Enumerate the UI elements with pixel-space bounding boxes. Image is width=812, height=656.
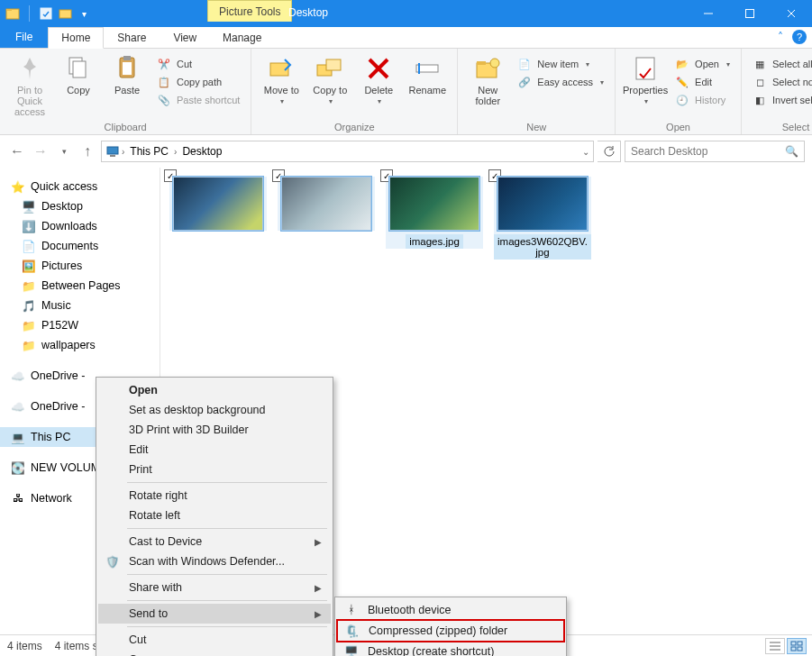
nav-desktop[interactable]: 🖥️Desktop <box>0 196 160 216</box>
ctx-3dprint[interactable]: 3D Print with 3D Builder <box>98 420 331 440</box>
pin-label: Pin to Quick access <box>7 85 52 117</box>
open-button[interactable]: 📂Open▾ <box>671 56 734 72</box>
file-thumb-3[interactable]: ✓ images.jpg <box>386 177 483 249</box>
invert-selection-button[interactable]: ◧Invert selection <box>749 92 812 108</box>
tab-home[interactable]: Home <box>48 27 104 49</box>
nav-documents[interactable]: 📄Documents <box>0 236 160 256</box>
rename-label: Rename <box>409 85 447 96</box>
ctx-open[interactable]: Open <box>98 380 331 400</box>
group-new-label: New <box>465 120 607 132</box>
ctx-sharewith[interactable]: Share with▶ <box>98 578 331 597</box>
ctx-print[interactable]: Print <box>98 460 331 479</box>
copy-button[interactable]: Copy <box>56 52 101 96</box>
view-largeicons-button[interactable] <box>787 638 807 654</box>
nav-forward-button[interactable]: → <box>31 141 50 161</box>
svg-rect-19 <box>107 147 118 154</box>
chevron-right-icon: ▶ <box>315 537 322 547</box>
ctx-defender[interactable]: 🛡️Scan with Windows Defender... <box>98 551 331 571</box>
history-button[interactable]: 🕘History <box>671 92 734 108</box>
refresh-button[interactable] <box>598 141 621 162</box>
help-icon[interactable]: ? <box>792 30 807 44</box>
sendto-compressed-folder[interactable]: 🗜️Compressed (zipped) folder <box>336 619 565 642</box>
bc-chev-1[interactable]: › <box>174 147 177 157</box>
contextual-tool-tab[interactable]: Picture Tools <box>207 0 292 22</box>
explorer-icon <box>5 6 20 21</box>
moveto-label: Move to <box>264 85 299 96</box>
move-to-button[interactable]: Move to▾ <box>259 52 304 105</box>
nav-downloads[interactable]: ⬇️Downloads <box>0 216 160 236</box>
selectnone-icon: ◻ <box>753 75 767 89</box>
open-icon: 📂 <box>675 57 689 71</box>
file-thumb-1[interactable]: ✓ <box>169 177 267 231</box>
paste-button[interactable]: Paste <box>105 52 150 96</box>
ctx-copy[interactable]: Copy <box>98 650 331 656</box>
ctx-rotate-left[interactable]: Rotate left <box>98 506 331 525</box>
tab-share[interactable]: Share <box>104 27 160 48</box>
file-thumb-2[interactable]: ✓ <box>278 177 375 231</box>
nav-pictures[interactable]: 🖼️Pictures <box>0 256 160 276</box>
properties-button[interactable]: Properties▾ <box>623 52 668 105</box>
breadcrumb-bar[interactable]: › This PC › Desktop ⌄ <box>101 141 594 162</box>
nav-wallpaper[interactable]: 📁wallpapers <box>0 335 160 355</box>
file-caption: images.jpg <box>406 234 463 249</box>
ctx-cast[interactable]: Cast to Device▶ <box>98 532 331 551</box>
tab-manage[interactable]: Manage <box>209 27 275 48</box>
group-select-label: Select <box>749 120 812 132</box>
edit-button[interactable]: ✏️Edit <box>671 74 734 90</box>
copy-to-button[interactable]: Copy to▾ <box>307 52 352 105</box>
ctx-cut[interactable]: Cut <box>98 630 331 650</box>
bc-chev-0[interactable]: › <box>122 147 124 157</box>
ctx-rotate-right[interactable]: Rotate right <box>98 486 331 506</box>
svg-rect-2 <box>41 8 51 19</box>
new-item-button[interactable]: 📄New item▾ <box>514 56 607 72</box>
selectall-icon: ▦ <box>753 57 767 71</box>
nav-up-button[interactable]: ↑ <box>78 141 97 161</box>
address-bar-row: ← → ▾ ↑ › This PC › Desktop ⌄ Search Des… <box>0 135 812 168</box>
qat-properties-icon[interactable] <box>39 6 53 21</box>
tab-file[interactable]: File <box>0 25 48 48</box>
breadcrumb-desktop[interactable]: Desktop <box>178 145 225 158</box>
context-menu-sendto: ᚼBluetooth device 🗜️Compressed (zipped) … <box>334 597 567 656</box>
newfolder-label: New folder <box>465 85 510 106</box>
breadcrumb-dropdown-icon[interactable]: ⌄ <box>582 147 589 157</box>
pin-quickaccess-button[interactable]: Pin to Quick access <box>7 52 52 117</box>
nav-music[interactable]: 🎵Music <box>0 296 160 315</box>
pc-icon: 💻 <box>11 430 25 444</box>
qat-customize-chevron[interactable]: ▾ <box>78 9 90 19</box>
ctx-edit[interactable]: Edit <box>98 440 331 460</box>
select-none-button[interactable]: ◻Select none <box>749 74 812 90</box>
qat-newfolder-icon[interactable] <box>59 6 73 21</box>
nav-p152w[interactable]: 📁P152W <box>0 315 160 335</box>
minimize-button[interactable] <box>688 0 729 27</box>
sendto-bluetooth[interactable]: ᚼBluetooth device <box>337 600 564 620</box>
properties-label: Properties <box>623 85 668 96</box>
nav-back-button[interactable]: ← <box>7 141 27 161</box>
file-caption: images3W602QBV.jpg <box>494 234 591 260</box>
maximize-button[interactable] <box>729 0 771 27</box>
view-details-button[interactable] <box>765 638 785 654</box>
file-thumb-4[interactable]: ✓ images3W602QBV.jpg <box>494 177 591 260</box>
paste-shortcut-button[interactable]: 📎Paste shortcut <box>153 92 243 108</box>
breadcrumb-thispc[interactable]: This PC <box>126 145 172 158</box>
chevron-right-icon: ▶ <box>315 583 322 593</box>
collapse-ribbon-icon[interactable]: ˄ <box>778 31 783 43</box>
new-folder-button[interactable]: New folder <box>465 52 510 106</box>
select-all-button[interactable]: ▦Select all <box>749 56 812 72</box>
close-button[interactable] <box>771 0 812 27</box>
rename-button[interactable]: Rename <box>405 52 450 96</box>
easy-access-button[interactable]: 🔗Easy access▾ <box>514 74 607 90</box>
delete-button[interactable]: Delete▾ <box>356 52 401 105</box>
ctx-sendto[interactable]: Send to▶ <box>98 604 331 624</box>
network-icon: 🖧 <box>11 491 25 506</box>
nav-between[interactable]: 📁Between Pages <box>0 276 160 296</box>
cut-button[interactable]: ✂️Cut <box>153 56 243 72</box>
nav-recent-chevron[interactable]: ▾ <box>54 141 74 161</box>
copy-path-button[interactable]: 📋Copy path <box>153 74 243 90</box>
ctx-setbg[interactable]: Set as desktop background <box>98 400 331 420</box>
history-icon: 🕘 <box>675 93 689 107</box>
nav-quickaccess[interactable]: ⭐Quick access <box>0 177 160 196</box>
sendto-desktop-shortcut[interactable]: 🖥️Desktop (create shortcut) <box>337 642 564 656</box>
tab-view[interactable]: View <box>160 27 210 48</box>
search-placeholder: Search Desktop <box>631 145 707 158</box>
search-box[interactable]: Search Desktop 🔍 <box>625 141 805 162</box>
